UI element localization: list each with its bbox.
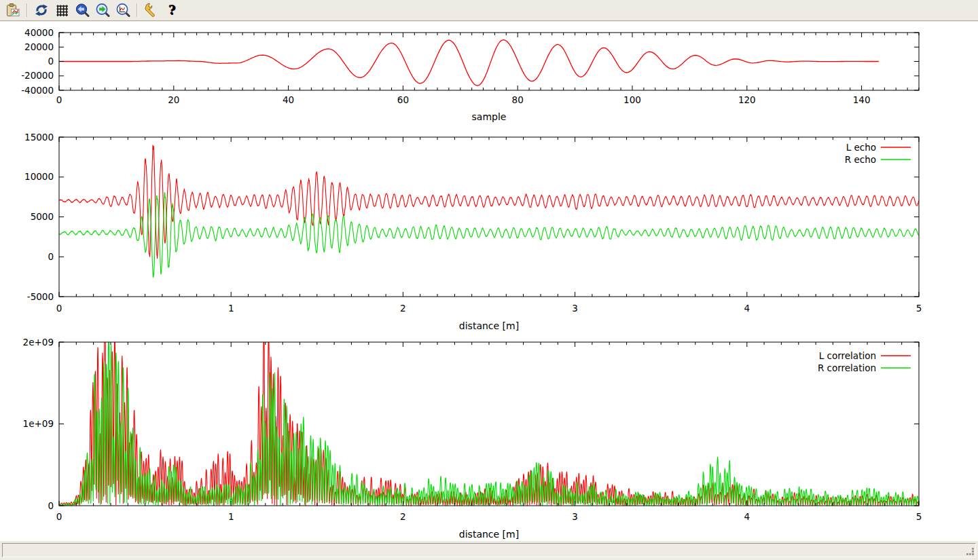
x-tick-label: 80 bbox=[512, 94, 524, 105]
y-tick-label: -40000 bbox=[21, 85, 54, 96]
x-axis-label: distance [m] bbox=[459, 529, 519, 540]
toolbar-button-help[interactable]: ?? bbox=[162, 1, 181, 19]
help-icon: ?? bbox=[164, 3, 179, 18]
y-tick-label: 0 bbox=[48, 500, 54, 511]
x-tick-label: 20 bbox=[168, 94, 179, 105]
legend-label: R echo bbox=[845, 154, 876, 165]
x-tick-label: 5 bbox=[916, 303, 922, 314]
zoom-next-icon bbox=[95, 3, 110, 18]
legend-label: L echo bbox=[846, 142, 876, 153]
y-tick-label: 40000 bbox=[24, 27, 54, 38]
toolbar-button-replot[interactable] bbox=[32, 1, 51, 19]
x-tick-label: 0 bbox=[56, 511, 62, 522]
toolbar-button-toggle-grid[interactable] bbox=[52, 1, 71, 19]
x-tick-label: 40 bbox=[283, 94, 294, 105]
toolbar: ?? bbox=[0, 0, 978, 21]
resize-grip[interactable] bbox=[966, 548, 975, 557]
wrench-icon bbox=[144, 3, 159, 18]
toolbar-separator bbox=[26, 3, 28, 17]
x-tick-label: 4 bbox=[744, 303, 750, 314]
gnuplot-window: ?? 020406080100120140-40000-200000200004… bbox=[0, 0, 978, 560]
status-text bbox=[2, 543, 976, 557]
plot-canvas[interactable]: 020406080100120140-40000-200000200004000… bbox=[0, 22, 978, 541]
y-tick-label: 2e+09 bbox=[23, 337, 54, 348]
y-tick-label: 0 bbox=[48, 251, 54, 262]
y-tick-label: 1e+09 bbox=[23, 418, 54, 429]
toolbar-button-zoom-previous[interactable] bbox=[73, 1, 92, 19]
x-tick-label: 120 bbox=[738, 94, 756, 105]
y-tick-label: -5000 bbox=[27, 291, 54, 302]
resize-grip-dots bbox=[966, 548, 975, 556]
x-tick-label: 1 bbox=[228, 303, 234, 314]
zoom-fit-icon bbox=[115, 3, 130, 18]
x-tick-label: 140 bbox=[853, 94, 871, 105]
x-tick-label: 60 bbox=[397, 94, 409, 105]
toolbar-separator bbox=[137, 3, 138, 17]
x-tick-label: 1 bbox=[228, 511, 234, 522]
x-axis-label: sample bbox=[472, 111, 507, 122]
x-tick-label: 2 bbox=[400, 511, 406, 522]
grid-icon bbox=[54, 3, 69, 18]
y-tick-label: 0 bbox=[48, 56, 54, 67]
y-tick-label: -20000 bbox=[21, 70, 54, 81]
plot-canvas-area[interactable]: 020406080100120140-40000-200000200004000… bbox=[0, 22, 978, 541]
legend-label: L correlation bbox=[819, 350, 876, 361]
status-bar bbox=[0, 541, 978, 560]
x-axis-label: distance [m] bbox=[459, 320, 519, 331]
y-tick-label: 5000 bbox=[31, 211, 54, 222]
toolbar-button-zoom-next[interactable] bbox=[93, 1, 112, 19]
toolbar-button-copy-to-clipboard[interactable] bbox=[3, 1, 22, 19]
x-tick-label: 0 bbox=[56, 303, 62, 314]
toolbar-button-autoscale[interactable] bbox=[113, 1, 132, 19]
refresh-icon bbox=[34, 3, 49, 18]
svg-text:?: ? bbox=[168, 3, 176, 17]
clipboard-chart-icon bbox=[5, 3, 20, 18]
x-tick-label: 0 bbox=[56, 94, 62, 105]
x-tick-label: 4 bbox=[744, 511, 750, 522]
x-tick-label: 3 bbox=[572, 303, 578, 314]
zoom-previous-icon bbox=[75, 3, 90, 18]
x-tick-label: 5 bbox=[916, 511, 922, 522]
y-tick-label: 15000 bbox=[24, 132, 54, 143]
x-tick-label: 3 bbox=[572, 511, 578, 522]
x-tick-label: 2 bbox=[400, 303, 406, 314]
toolbar-button-configure[interactable] bbox=[142, 1, 161, 19]
legend-label: R correlation bbox=[818, 362, 876, 373]
y-tick-label: 20000 bbox=[24, 41, 54, 52]
y-tick-label: 10000 bbox=[24, 171, 54, 182]
x-tick-label: 100 bbox=[623, 94, 641, 105]
